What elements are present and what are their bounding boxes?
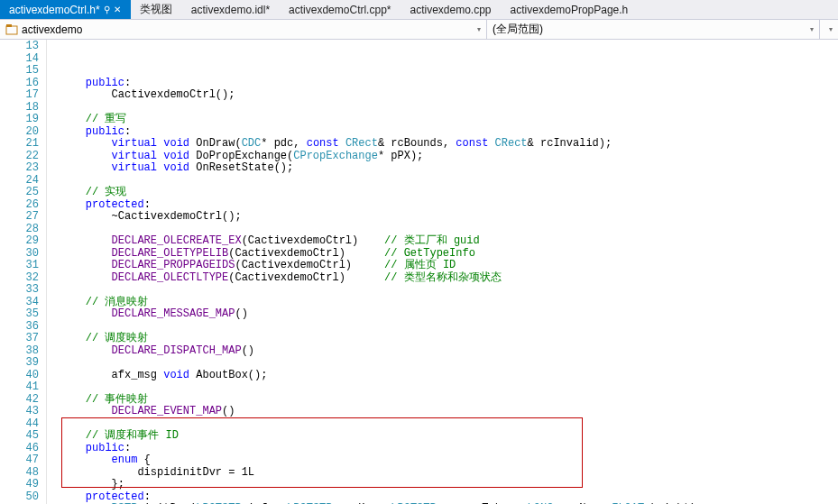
tab-classview[interactable]: 类视图: [131, 0, 182, 19]
code-line[interactable]: CactivexdemoCtrl();: [60, 89, 838, 102]
line-number: 17: [0, 89, 39, 102]
chevron-down-icon: ▾: [810, 25, 814, 33]
code-line[interactable]: // 调度映射: [60, 333, 838, 345]
line-number: 21: [0, 138, 39, 151]
line-number: 16: [0, 78, 39, 90]
line-number: 34: [0, 297, 39, 309]
scope-dropdown[interactable]: (全局范围) ▾: [487, 20, 820, 39]
code-line[interactable]: DECLARE_PROPPAGEIDS(CactivexdemoCtrl) //…: [60, 260, 838, 272]
tab-idl[interactable]: activexdemo.idl*: [182, 0, 280, 19]
close-icon[interactable]: ✕: [114, 5, 121, 14]
code-line[interactable]: dispidinitDvr = 1L: [60, 467, 838, 480]
line-number: 44: [0, 418, 39, 431]
tab-label: activexdemoCtrl.h*: [9, 4, 100, 16]
line-number: 24: [0, 175, 39, 188]
line-number: 36: [0, 321, 39, 334]
line-number: 33: [0, 284, 39, 297]
svg-rect-1: [6, 24, 12, 27]
code-line[interactable]: protected:: [60, 491, 838, 504]
line-number: 25: [0, 187, 39, 199]
code-line[interactable]: // 事件映射: [60, 394, 838, 407]
line-number: 42: [0, 394, 39, 407]
code-line[interactable]: [60, 284, 838, 297]
tab-label: activexdemo.cpp: [410, 4, 491, 16]
line-number-gutter: 1314151617181920212223242526272829303132…: [0, 40, 47, 504]
tab-label: activexdemo.idl*: [191, 4, 270, 16]
line-number: 15: [0, 65, 39, 78]
code-line[interactable]: DECLARE_OLECREATE_EX(CactivexdemoCtrl) /…: [60, 235, 838, 248]
code-line[interactable]: protected:: [60, 199, 838, 212]
line-number: 19: [0, 114, 39, 126]
code-line[interactable]: DECLARE_OLECTLTYPE(CactivexdemoCtrl) // …: [60, 272, 838, 285]
code-line[interactable]: [60, 175, 838, 188]
code-line[interactable]: afx_msg void AboutBox();: [60, 370, 838, 382]
line-number: 48: [0, 467, 39, 480]
member-dropdown[interactable]: ▾: [820, 20, 838, 39]
code-line[interactable]: enum {: [60, 454, 838, 467]
code-line[interactable]: DECLARE_OLETYPELIB(CactivexdemoCtrl) // …: [60, 248, 838, 261]
code-line[interactable]: virtual void DoPropExchange(CPropExchang…: [60, 151, 838, 163]
line-number: 39: [0, 357, 39, 370]
code-line[interactable]: [60, 102, 838, 115]
line-number: 31: [0, 260, 39, 272]
line-number: 13: [0, 41, 39, 53]
line-number: 32: [0, 272, 39, 285]
line-number: 43: [0, 406, 39, 418]
code-line[interactable]: // 消息映射: [60, 297, 838, 309]
line-number: 26: [0, 199, 39, 212]
code-line[interactable]: public:: [60, 126, 838, 139]
code-line[interactable]: [60, 357, 838, 370]
code-line[interactable]: [60, 418, 838, 431]
line-number: 27: [0, 211, 39, 224]
pin-icon[interactable]: ⚲: [104, 5, 110, 14]
code-line[interactable]: [60, 381, 838, 394]
tab-label: activexdemoCtrl.cpp*: [289, 4, 391, 16]
project-dropdown-label: activexdemo: [22, 23, 82, 36]
code-line[interactable]: virtual void OnDraw(CDC* pdc, const CRec…: [60, 138, 838, 151]
code-line[interactable]: [60, 321, 838, 334]
code-line[interactable]: public:: [60, 78, 838, 90]
line-number: 20: [0, 126, 39, 139]
line-number: 35: [0, 308, 39, 321]
chevron-down-icon: ▾: [829, 25, 833, 33]
tab-file-active[interactable]: activexdemoCtrl.h* ⚲ ✕: [0, 0, 131, 19]
code-area[interactable]: public: CactivexdemoCtrl(); // 重写 public…: [47, 40, 838, 504]
tab-label: 类视图: [140, 2, 172, 17]
chevron-down-icon: ▾: [477, 25, 481, 33]
tab-bar: activexdemoCtrl.h* ⚲ ✕ 类视图 activexdemo.i…: [0, 0, 838, 20]
code-line[interactable]: DECLARE_EVENT_MAP(): [60, 406, 838, 418]
code-line[interactable]: public:: [60, 443, 838, 455]
line-number: 22: [0, 151, 39, 163]
code-line[interactable]: [60, 224, 838, 236]
project-dropdown[interactable]: activexdemo ▾: [0, 20, 487, 39]
line-number: 40: [0, 370, 39, 382]
line-number: 50: [0, 491, 39, 504]
line-number: 47: [0, 454, 39, 467]
line-number: 46: [0, 443, 39, 455]
line-number: 29: [0, 235, 39, 248]
tab-proppage-h[interactable]: activexdemoPropPage.h: [502, 0, 639, 19]
line-number: 37: [0, 333, 39, 345]
line-number: 30: [0, 248, 39, 261]
navigation-bar: activexdemo ▾ (全局范围) ▾ ▾: [0, 20, 838, 40]
code-line[interactable]: // 调度和事件 ID: [60, 430, 838, 443]
tab-ctrl-cpp[interactable]: activexdemoCtrl.cpp*: [280, 0, 401, 19]
tab-demo-cpp[interactable]: activexdemo.cpp: [401, 0, 501, 19]
code-line[interactable]: DECLARE_DISPATCH_MAP(): [60, 345, 838, 358]
editor: 1314151617181920212223242526272829303132…: [0, 40, 838, 504]
line-number: 38: [0, 345, 39, 358]
line-number: 14: [0, 53, 39, 66]
svg-rect-0: [6, 26, 17, 34]
line-number: 28: [0, 224, 39, 236]
line-number: 18: [0, 102, 39, 115]
line-number: 49: [0, 479, 39, 491]
code-line[interactable]: ~CactivexdemoCtrl();: [60, 211, 838, 224]
project-icon: [5, 23, 18, 36]
line-number: 45: [0, 430, 39, 443]
line-number: 23: [0, 162, 39, 175]
code-line[interactable]: DECLARE_MESSAGE_MAP(): [60, 308, 838, 321]
code-line[interactable]: virtual void OnResetState();: [60, 162, 838, 175]
code-line[interactable]: // 重写: [60, 114, 838, 126]
code-line[interactable]: };: [60, 479, 838, 491]
code-line[interactable]: // 实现: [60, 187, 838, 199]
